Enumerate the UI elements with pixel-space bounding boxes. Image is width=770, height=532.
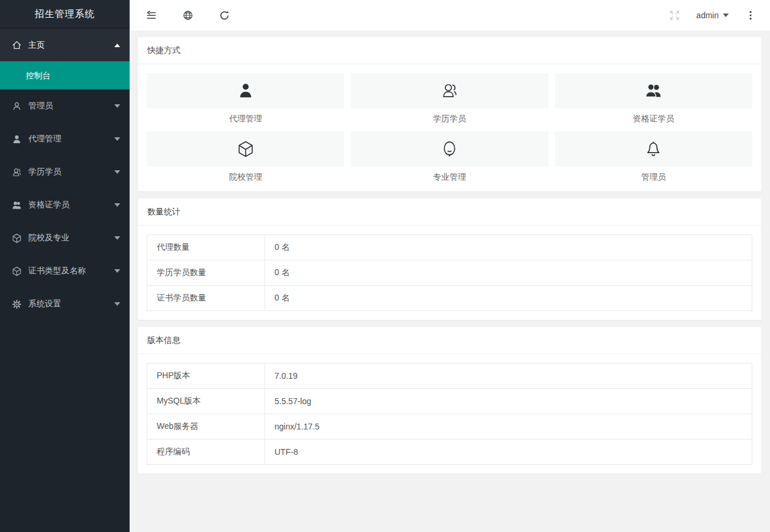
table-row: 学历学员数量 0 名 xyxy=(147,260,752,286)
sidebar-item-label: 证书类型及名称 xyxy=(28,266,86,276)
main-content: 快捷方式 代理管理 学历学员 xyxy=(130,31,770,532)
stat-value: 0 名 xyxy=(265,260,752,286)
user-dropdown[interactable]: admin xyxy=(696,11,729,20)
user-filled-icon xyxy=(12,134,22,144)
cube-icon xyxy=(12,233,22,243)
balloon-smile-icon xyxy=(351,131,548,167)
sidebar-item-schools-majors[interactable]: 院校及专业 xyxy=(0,222,130,255)
version-label: 程序编码 xyxy=(147,440,265,465)
shortcut-label: 资格证学员 xyxy=(555,114,752,124)
table-row: 程序编码 UTF-8 xyxy=(147,440,752,465)
version-value: nginx/1.17.5 xyxy=(265,414,752,440)
sidebar-item-label: 主页 xyxy=(28,40,45,51)
home-icon xyxy=(12,40,22,50)
sidebar-item-label: 代理管理 xyxy=(28,134,61,144)
shortcuts-panel: 快捷方式 代理管理 学历学员 xyxy=(138,37,761,191)
table-row: 代理数量 0 名 xyxy=(147,235,752,260)
sidebar-item-degree-students[interactable]: 学历学员 xyxy=(0,156,130,189)
table-row: 证书学员数量 0 名 xyxy=(147,286,752,311)
version-panel-body: PHP版本 7.0.19 MySQL版本 5.5.57-log Web服务器 n… xyxy=(138,354,761,474)
stats-panel-body: 代理数量 0 名 学历学员数量 0 名 证书学员数量 0 名 xyxy=(138,226,761,320)
kebab-menu-icon[interactable] xyxy=(744,9,757,22)
sidebar-item-console[interactable]: 控制台 xyxy=(0,61,130,90)
cube-icon xyxy=(147,131,344,167)
bell-icon xyxy=(555,131,752,167)
shortcut-degree-students[interactable]: 学历学员 xyxy=(351,73,548,124)
version-label: Web服务器 xyxy=(147,414,265,440)
users-outline-icon xyxy=(351,73,548,108)
users-filled-icon xyxy=(555,73,752,108)
version-label: MySQL版本 xyxy=(147,389,265,414)
version-label: PHP版本 xyxy=(147,364,265,389)
globe-icon[interactable] xyxy=(181,9,194,22)
sidebar-item-cert-students[interactable]: 资格证学员 xyxy=(0,189,130,222)
topbar: admin xyxy=(130,0,770,31)
shortcut-schools[interactable]: 院校管理 xyxy=(147,131,344,183)
user-filled-icon xyxy=(147,73,344,108)
users-outline-icon xyxy=(12,167,22,177)
version-panel-title: 版本信息 xyxy=(138,327,761,354)
shortcut-label: 代理管理 xyxy=(147,114,344,124)
topbar-left xyxy=(145,9,231,22)
sidebar-item-label: 资格证学员 xyxy=(28,200,70,210)
shortcut-grid: 代理管理 学历学员 资格证学员 xyxy=(147,73,752,183)
chevron-down-icon xyxy=(723,14,729,17)
sidebar-item-home[interactable]: 主页 xyxy=(0,28,130,61)
version-value: 7.0.19 xyxy=(265,364,752,389)
shortcuts-panel-body: 代理管理 学历学员 资格证学员 xyxy=(138,64,761,191)
sidebar: 招生管理系统 主页 控制台 管理员 代理管理 xyxy=(0,0,130,532)
stat-label: 代理数量 xyxy=(147,235,265,260)
version-value: UTF-8 xyxy=(265,440,752,465)
stat-label: 学历学员数量 xyxy=(147,260,265,286)
version-value: 5.5.57-log xyxy=(265,389,752,414)
chevron-down-icon xyxy=(114,104,120,108)
shortcut-label: 学历学员 xyxy=(351,114,548,124)
sidebar-item-cert-types[interactable]: 证书类型及名称 xyxy=(0,255,130,288)
refresh-icon[interactable] xyxy=(218,9,231,22)
user-outline-icon xyxy=(12,101,22,111)
version-panel: 版本信息 PHP版本 7.0.19 MySQL版本 5.5.57-log Web… xyxy=(138,327,761,474)
sidebar-toggle-icon[interactable] xyxy=(145,9,158,22)
sidebar-item-label: 系统设置 xyxy=(28,299,61,309)
chevron-down-icon xyxy=(114,236,120,240)
username: admin xyxy=(696,11,719,20)
shortcut-admins[interactable]: 管理员 xyxy=(555,131,752,183)
shortcut-label: 专业管理 xyxy=(351,172,548,183)
shortcut-majors[interactable]: 专业管理 xyxy=(351,131,548,183)
table-row: PHP版本 7.0.19 xyxy=(147,364,752,389)
chevron-down-icon xyxy=(114,302,120,306)
chevron-down-icon xyxy=(114,203,120,207)
sidebar-item-agents[interactable]: 代理管理 xyxy=(0,123,130,156)
topbar-right: admin xyxy=(668,9,757,22)
gear-icon xyxy=(12,299,22,309)
app-title: 招生管理系统 xyxy=(0,0,130,28)
sidebar-item-system-settings[interactable]: 系统设置 xyxy=(0,288,130,320)
stats-table: 代理数量 0 名 学历学员数量 0 名 证书学员数量 0 名 xyxy=(147,234,752,311)
stat-value: 0 名 xyxy=(265,286,752,311)
chevron-up-icon xyxy=(114,44,120,47)
version-table: PHP版本 7.0.19 MySQL版本 5.5.57-log Web服务器 n… xyxy=(147,363,752,465)
chevron-down-icon xyxy=(114,170,120,174)
chevron-down-icon xyxy=(114,137,120,141)
shortcut-label: 院校管理 xyxy=(147,172,344,183)
chevron-down-icon xyxy=(114,269,120,273)
fullscreen-icon[interactable] xyxy=(668,9,681,22)
cube-icon xyxy=(12,266,22,276)
shortcut-agents[interactable]: 代理管理 xyxy=(147,73,344,124)
shortcuts-panel-title: 快捷方式 xyxy=(138,37,761,64)
users-filled-icon xyxy=(12,200,22,210)
table-row: Web服务器 nginx/1.17.5 xyxy=(147,414,752,440)
stat-label: 证书学员数量 xyxy=(147,286,265,311)
stats-panel: 数量统计 代理数量 0 名 学历学员数量 0 名 证书学员数量 0 名 xyxy=(138,199,761,320)
sidebar-item-label: 院校及专业 xyxy=(28,233,70,243)
sidebar-item-label: 管理员 xyxy=(28,101,53,111)
table-row: MySQL版本 5.5.57-log xyxy=(147,389,752,414)
stats-panel-title: 数量统计 xyxy=(138,199,761,226)
stat-value: 0 名 xyxy=(265,235,752,260)
sidebar-item-label: 学历学员 xyxy=(28,167,61,177)
shortcut-label: 管理员 xyxy=(555,172,752,183)
sidebar-item-admins[interactable]: 管理员 xyxy=(0,90,130,123)
shortcut-cert-students[interactable]: 资格证学员 xyxy=(555,73,752,124)
sidebar-nav: 主页 控制台 管理员 代理管理 学历学员 xyxy=(0,28,130,320)
